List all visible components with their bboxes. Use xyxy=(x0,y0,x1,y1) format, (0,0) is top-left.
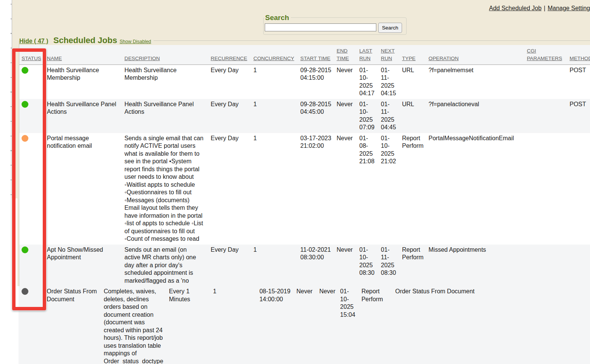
column-header-recurrence[interactable]: RECURRENCE xyxy=(211,45,253,65)
column-header-status[interactable]: STATUS xyxy=(19,45,47,65)
status-cell xyxy=(19,286,47,364)
method-cell: POST xyxy=(568,65,590,99)
recurrence-cell: Every 1 Minutes xyxy=(169,286,213,364)
table-row: Order Status From Document Completes, wa… xyxy=(19,286,590,364)
column-header-last-run[interactable]: LAST RUN xyxy=(359,45,381,65)
cgi-parameters-cell xyxy=(527,133,568,245)
status-cell xyxy=(19,65,47,99)
operation-cell: Order Status From Document xyxy=(395,286,492,364)
end-time-cell: Never xyxy=(337,99,359,133)
end-time-cell: Never xyxy=(337,65,359,99)
status-dot xyxy=(22,67,28,74)
status-dot xyxy=(22,246,28,253)
concurrency-cell: 1 xyxy=(253,245,300,287)
manage-settings-link[interactable]: Manage Settings xyxy=(548,5,590,11)
name-cell: Order Status From Document xyxy=(47,286,104,364)
scheduled-jobs-table-continued: Order Status From Document Completes, wa… xyxy=(19,286,590,364)
column-header-name[interactable]: NAME xyxy=(47,45,124,65)
method-cell xyxy=(492,286,590,364)
name-cell: Health Surveillance Membership xyxy=(47,65,124,99)
start-time-cell: 09-28-2015 04:15:00 xyxy=(300,65,337,99)
next-run-cell: 01- 10- 2025 15:04 xyxy=(340,286,361,364)
recurrence-cell: Every Day xyxy=(211,245,253,287)
column-header-concurrency[interactable]: CONCURRENCY xyxy=(253,45,300,65)
operation-cell: ?f=panelactioneval xyxy=(429,99,527,133)
top-nav: Add Scheduled Job|Manage Settings xyxy=(489,5,590,12)
status-dot xyxy=(22,288,28,295)
type-cell: Report Perform xyxy=(362,286,395,364)
method-cell xyxy=(568,245,590,287)
name-cell: Apt No Show/Missed Appointment xyxy=(47,245,124,287)
table-row: Health Surveillance Membership Health Su… xyxy=(19,65,590,99)
status-dot xyxy=(22,135,28,142)
type-cell: URL xyxy=(402,65,429,99)
description-cell: Completes, waives, deletes, declines ord… xyxy=(104,286,169,364)
table-row: Apt No Show/Missed Appointment Sends out… xyxy=(19,245,590,287)
table-row: Health Surveillance Panel Actions Health… xyxy=(19,99,590,133)
last-run-cell: 01- 10- 2025 04:17 xyxy=(359,65,381,99)
next-run-cell: 01- 10- 2025 21:02 xyxy=(381,133,402,245)
status-cell xyxy=(19,133,47,245)
last-run-cell: Never xyxy=(319,286,340,364)
start-time-cell: 11-02-2021 08:30:00 xyxy=(300,245,337,287)
description-cell: Health Surveillance Membership xyxy=(124,65,211,99)
end-time-cell: Never xyxy=(337,133,359,245)
concurrency-cell: 1 xyxy=(213,286,259,364)
page-title: Scheduled Jobs xyxy=(48,36,120,45)
hide-count-link[interactable]: Hide ( 47 ) xyxy=(19,38,48,44)
table-header-row: STATUS NAME DESCRIPTION RECURRENCE CONCU… xyxy=(19,45,590,65)
concurrency-cell: 1 xyxy=(253,65,300,99)
last-run-cell: 01- 10- 2025 07:09 xyxy=(359,99,381,133)
cgi-parameters-cell xyxy=(527,99,568,133)
end-time-cell: Never xyxy=(337,245,359,287)
status-dot xyxy=(22,101,28,108)
concurrency-cell: 1 xyxy=(253,133,300,245)
operation-cell: Missed Appointments xyxy=(429,245,527,287)
last-run-cell: 01- 08- 2025 21:08 xyxy=(359,133,381,245)
search-button[interactable]: Search xyxy=(378,23,402,33)
column-header-end-time[interactable]: END TIME xyxy=(337,45,359,65)
page: Add Scheduled Job|Manage Settings Search… xyxy=(0,0,590,364)
column-header-next-run[interactable]: NEXT RUN xyxy=(381,45,402,65)
operation-cell: PortalMessageNotificationEmail xyxy=(429,133,527,245)
description-cell: Sends a single email that can notify ACT… xyxy=(124,133,211,245)
column-header-description[interactable]: DESCRIPTION xyxy=(124,45,211,65)
recurrence-cell: Every Day xyxy=(211,65,253,99)
start-time-cell: 08-15-2019 14:00:00 xyxy=(259,286,297,364)
table-row: Portal message notification email Sends … xyxy=(19,133,590,245)
next-run-cell: 01- 11- 2025 08:30 xyxy=(381,245,402,287)
status-cell xyxy=(19,99,47,133)
last-run-cell: 01- 10- 2025 08:30 xyxy=(359,245,381,287)
method-cell: POST xyxy=(568,99,590,133)
method-cell xyxy=(568,133,590,245)
search-legend: Search xyxy=(264,13,291,22)
left-frame-ticks xyxy=(11,4,12,195)
name-cell: Portal message notification email xyxy=(47,133,124,245)
link-separator: | xyxy=(542,5,548,11)
next-run-cell: 01- 11- 2025 04:45 xyxy=(381,99,402,133)
cgi-parameters-cell xyxy=(527,245,568,287)
start-time-cell: 09-28-2015 04:45:00 xyxy=(300,99,337,133)
scheduled-jobs-table: STATUS NAME DESCRIPTION RECURRENCE CONCU… xyxy=(19,45,590,286)
status-cell xyxy=(19,245,47,287)
column-header-start-time[interactable]: START TIME xyxy=(300,45,337,65)
description-cell: Sends out an email (on active MR charts … xyxy=(124,245,211,287)
operation-cell: ?f=panelmemset xyxy=(429,65,527,99)
type-cell: Report Perform xyxy=(402,245,429,287)
column-header-method[interactable]: METHOD xyxy=(568,45,590,65)
type-cell: URL xyxy=(402,99,429,133)
recurrence-cell: Every Day xyxy=(211,99,253,133)
column-header-cgi-parameters[interactable]: CGI PARAMETERS xyxy=(527,45,568,65)
add-scheduled-job-link[interactable]: Add Scheduled Job xyxy=(489,5,542,11)
next-run-cell: 01- 11- 2025 04:15 xyxy=(381,65,402,99)
concurrency-cell: 1 xyxy=(253,99,300,133)
column-header-type[interactable]: TYPE xyxy=(402,45,429,65)
column-header-operation[interactable]: OPERATION xyxy=(429,45,527,65)
description-cell: Health Surveillance Panel Actions xyxy=(124,99,211,133)
show-disabled-link[interactable]: Show Disabled xyxy=(120,39,151,44)
end-time-cell: Never xyxy=(297,286,319,364)
left-frame-border xyxy=(12,0,12,198)
cgi-parameters-cell xyxy=(527,65,568,99)
search-input[interactable] xyxy=(265,23,376,31)
recurrence-cell: Every Day xyxy=(211,133,253,245)
